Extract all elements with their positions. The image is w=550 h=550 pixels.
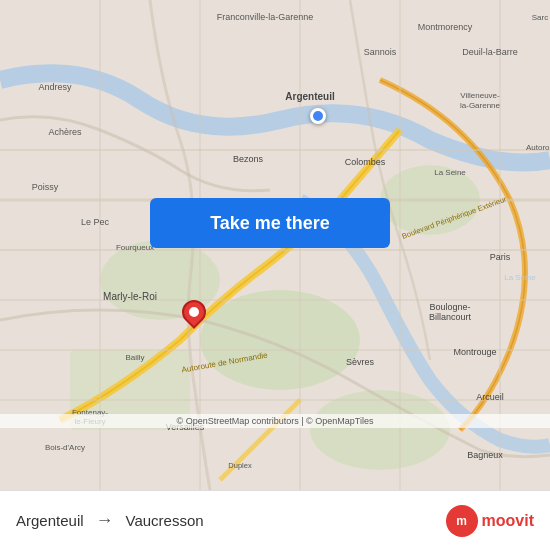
- svg-text:Sannois: Sannois: [364, 47, 397, 57]
- svg-text:Andresy: Andresy: [38, 82, 72, 92]
- svg-text:La Seine: La Seine: [434, 168, 466, 177]
- svg-text:Billancourt: Billancourt: [429, 312, 472, 322]
- svg-point-5: [310, 390, 450, 470]
- svg-text:Duplex: Duplex: [228, 461, 252, 470]
- origin-marker: [310, 108, 326, 124]
- svg-text:Bezons: Bezons: [233, 154, 264, 164]
- svg-text:Franconville-la-Garenne: Franconville-la-Garenne: [217, 12, 314, 22]
- svg-text:Marly-le-Roi: Marly-le-Roi: [103, 291, 157, 302]
- arrow-icon: →: [96, 510, 114, 531]
- svg-text:La Seine: La Seine: [504, 273, 536, 282]
- svg-text:Boulogne-: Boulogne-: [429, 302, 470, 312]
- origin-label: Argenteuil: [16, 512, 84, 529]
- svg-text:Bois-d'Arcy: Bois-d'Arcy: [45, 443, 85, 452]
- svg-text:Achères: Achères: [48, 127, 82, 137]
- svg-text:Villeneuve-: Villeneuve-: [460, 91, 500, 100]
- moovit-logo: m moovit: [446, 505, 534, 537]
- route-info: Argenteuil → Vaucresson: [16, 510, 204, 531]
- svg-text:Arcueil: Arcueil: [476, 392, 504, 402]
- svg-text:Fourqueux: Fourqueux: [116, 243, 154, 252]
- moovit-icon: m: [446, 505, 478, 537]
- svg-text:Montmorency: Montmorency: [418, 22, 473, 32]
- svg-text:Argenteuil: Argenteuil: [285, 91, 335, 102]
- svg-text:Autorou: Autorou: [526, 143, 550, 152]
- svg-text:Montrouge: Montrouge: [453, 347, 496, 357]
- svg-text:la-Garenne: la-Garenne: [460, 101, 501, 110]
- map-container: Franconville-la-Garenne Sannois Montmore…: [0, 0, 550, 490]
- svg-text:Bagneux: Bagneux: [467, 450, 503, 460]
- take-me-there-button[interactable]: Take me there: [150, 198, 390, 248]
- svg-text:Paris: Paris: [490, 252, 511, 262]
- svg-text:Deuil-la-Barre: Deuil-la-Barre: [462, 47, 518, 57]
- moovit-brand-name: moovit: [482, 512, 534, 530]
- svg-text:Colombes: Colombes: [345, 157, 386, 167]
- bottom-bar: Argenteuil → Vaucresson m moovit: [0, 490, 550, 550]
- svg-text:Bailly: Bailly: [125, 353, 144, 362]
- destination-label: Vaucresson: [126, 512, 204, 529]
- svg-text:Sèvres: Sèvres: [346, 357, 375, 367]
- svg-point-1: [200, 290, 360, 390]
- svg-text:Sarc: Sarc: [532, 13, 548, 22]
- destination-marker: [182, 300, 206, 324]
- map-attribution: © OpenStreetMap contributors | © OpenMap…: [0, 414, 550, 428]
- svg-text:Le Pec: Le Pec: [81, 217, 110, 227]
- svg-text:Poissy: Poissy: [32, 182, 59, 192]
